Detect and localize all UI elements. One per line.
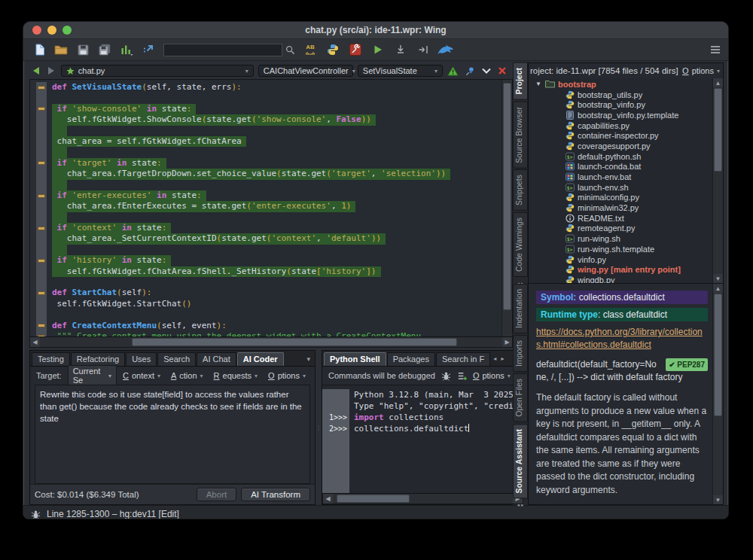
project-vertical-scrollbar[interactable]: ▲ ▼: [712, 78, 723, 283]
ai-transform-button[interactable]: AI Transform: [241, 488, 310, 501]
ai-menu-context[interactable]: Context▾: [123, 371, 160, 380]
replace-button[interactable]: AB: [302, 41, 319, 58]
back-button[interactable]: [31, 65, 41, 76]
shark-button[interactable]: [437, 41, 454, 58]
tool-tab-source-browser[interactable]: Source Browser: [513, 102, 528, 169]
fold-gutter-cell[interactable]: [36, 277, 47, 288]
tree-item[interactable]: coveragesupport.py: [529, 141, 712, 151]
fold-marker-icon[interactable]: [38, 161, 45, 165]
menu-icon[interactable]: [710, 45, 721, 54]
run-button[interactable]: [370, 41, 386, 58]
scrollbar-thumb[interactable]: [714, 294, 722, 416]
tab-refactoring[interactable]: Refactoring: [71, 352, 125, 366]
fold-marker-icon[interactable]: [38, 227, 45, 230]
fold-gutter-cell[interactable]: [36, 309, 47, 320]
tree-item[interactable]: vinfo.py: [529, 254, 712, 265]
goto-definition-button[interactable]: [140, 41, 157, 58]
project-file-tree[interactable]: ▼bootstrapbootstrap_utils.pybootstrap_vi…: [529, 78, 712, 283]
scroll-down-arrow[interactable]: ▼: [713, 274, 723, 283]
debug-to-cursor-button[interactable]: [392, 41, 409, 58]
tree-item[interactable]: launch-env.bat: [529, 172, 712, 182]
tool-tab-code-warnings[interactable]: Code Warnings: [513, 212, 528, 277]
tab-search[interactable]: Search: [157, 352, 196, 366]
editor-vertical-scrollbar[interactable]: [501, 80, 512, 336]
tree-item[interactable]: wing.py [main entry point]: [529, 264, 712, 275]
tool-tab-open-files[interactable]: Open Files: [513, 373, 528, 422]
tree-item[interactable]: capabilities.py: [529, 120, 712, 131]
tab-testing[interactable]: Testing: [32, 352, 70, 366]
project-options[interactable]: Options▾: [682, 66, 720, 75]
python-shell-output[interactable]: Python 3.12.8 (main, Mar 3 2025,Type "he…: [322, 385, 523, 493]
code-editor[interactable]: def SetVisualState(self, state, errs):if…: [29, 79, 513, 336]
fold-gutter-cell[interactable]: [36, 104, 47, 114]
ai-menu-action[interactable]: Action▾: [171, 371, 203, 380]
add-to-list-icon[interactable]: [457, 371, 467, 381]
tab-packages[interactable]: Packages: [387, 352, 435, 366]
scroll-left-arrow[interactable]: ◀: [323, 494, 333, 504]
scroll-down-arrow[interactable]: ▼: [713, 495, 723, 504]
scroll-right-arrow[interactable]: ▶: [502, 337, 512, 347]
tab-ai-chat[interactable]: AI Chat: [197, 352, 236, 366]
fold-marker-icon[interactable]: [38, 107, 45, 111]
fold-marker-icon[interactable]: [38, 324, 45, 327]
tool-tab-project[interactable]: Project: [513, 62, 528, 100]
tool-tab-imports[interactable]: Imports: [513, 335, 528, 372]
debug-bug-icon[interactable]: [31, 510, 41, 519]
scrollbar-thumb[interactable]: [132, 338, 457, 346]
fold-gutter-cell[interactable]: [36, 233, 47, 244]
scroll-up-arrow[interactable]: ▲: [713, 284, 723, 293]
tree-item[interactable]: bootstrap_utils.py: [529, 90, 712, 100]
tree-item[interactable]: remoteagent.py: [529, 224, 712, 234]
fold-marker-icon[interactable]: [38, 259, 45, 263]
scrollbar-thumb[interactable]: [503, 83, 511, 310]
scrollbar-thumb[interactable]: [714, 88, 722, 172]
save-button[interactable]: [75, 41, 91, 58]
fold-gutter-cell[interactable]: [36, 136, 47, 147]
debug-config-button[interactable]: [347, 41, 364, 58]
fold-gutter-cell[interactable]: [36, 169, 47, 179]
scroll-left-arrow[interactable]: ◀: [30, 337, 40, 347]
shell-horizontal-scrollbar[interactable]: ◀ ▶: [322, 493, 523, 504]
fold-gutter-cell[interactable]: [36, 245, 47, 255]
ai-menu-requests[interactable]: Requests▾: [214, 371, 258, 380]
tab-scroll-arrows[interactable]: ◂ ▸: [491, 355, 508, 366]
toolbar-search-input[interactable]: [163, 44, 282, 56]
new-file-button[interactable]: [31, 41, 47, 58]
fold-gutter-cell[interactable]: [36, 223, 47, 233]
fold-marker-icon[interactable]: [38, 291, 45, 295]
tree-item[interactable]: $>run-wing.sh: [529, 233, 712, 244]
open-folder-button[interactable]: [53, 41, 69, 58]
profiler-button[interactable]: [118, 41, 135, 58]
ai-prompt-input[interactable]: Rewrite this code so it use state[field]…: [35, 385, 310, 484]
tree-item[interactable]: minimalwin32.py: [529, 202, 712, 213]
tree-item[interactable]: minimalconfig.py: [529, 193, 712, 203]
tree-item[interactable]: $>default-python.sh: [529, 151, 712, 162]
fold-gutter-cell[interactable]: [36, 190, 47, 201]
fold-gutter-cell[interactable]: [36, 212, 47, 223]
tool-tab-source-assistant[interactable]: Source Assistant: [513, 424, 528, 498]
debug-bug-icon[interactable]: [441, 371, 451, 381]
fold-gutter-cell[interactable]: [36, 82, 47, 93]
fold-gutter-cell[interactable]: [36, 93, 47, 103]
fold-gutter-cell[interactable]: [36, 158, 47, 169]
target-select[interactable]: Current Se ▾: [68, 365, 117, 386]
tree-item[interactable]: $>launch-env.sh: [529, 182, 712, 193]
fold-gutter-cell[interactable]: [36, 255, 47, 266]
fold-gutter-cell[interactable]: [36, 201, 47, 212]
tree-item[interactable]: launch-conda.bat: [529, 162, 712, 172]
scrollbar-thumb[interactable]: [337, 495, 410, 503]
fold-marker-icon[interactable]: [38, 86, 45, 90]
close-icon[interactable]: [498, 66, 507, 75]
tab-python-shell[interactable]: Python Shell: [324, 352, 386, 366]
scroll-up-arrow[interactable]: ▲: [713, 78, 723, 87]
fold-gutter-cell[interactable]: [36, 321, 47, 331]
expander-icon[interactable]: ▼: [535, 81, 542, 87]
tab-ai-coder[interactable]: AI Coder: [237, 352, 284, 366]
tree-item[interactable]: $>run-wing.sh.template: [529, 244, 712, 254]
fold-marker-icon[interactable]: [38, 194, 45, 198]
fold-gutter-cell[interactable]: [36, 147, 47, 157]
abort-button[interactable]: Abort: [197, 488, 237, 501]
tree-item[interactable]: wingdb.py: [529, 275, 712, 283]
step-into-button[interactable]: [415, 41, 431, 58]
fold-gutter-cell[interactable]: [36, 299, 47, 309]
